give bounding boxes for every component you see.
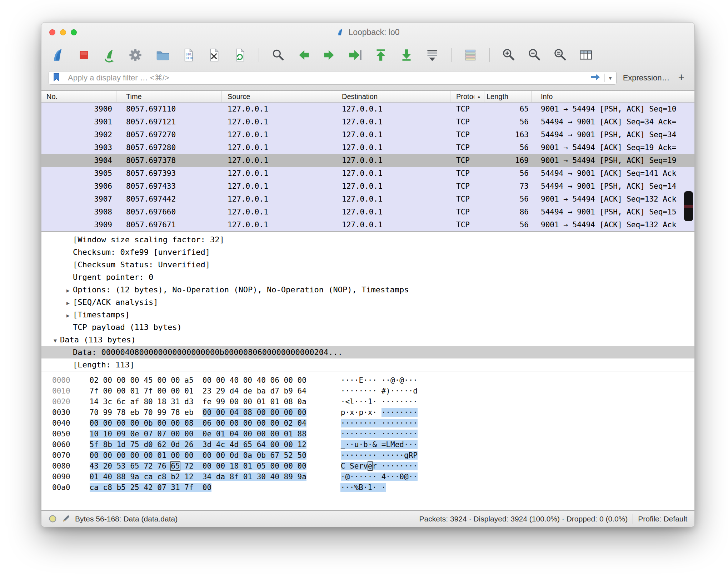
filter-bookmark-icon[interactable] [53, 73, 60, 83]
expression-button[interactable]: Expression… [623, 73, 670, 83]
detail-line[interactable]: Urgent pointer: 0 [41, 271, 694, 283]
titlebar[interactable]: Loopback: lo0 [41, 23, 694, 42]
status-profile[interactable]: Profile: Default [638, 515, 687, 523]
close-button[interactable] [49, 29, 55, 35]
packet-row-3906[interactable]: 39068057.697433127.0.0.1127.0.0.1TCP7354… [41, 180, 694, 193]
ascii-bytes[interactable]: ····E··· ··@·@··· [341, 376, 418, 385]
expand-arrow-icon[interactable]: ▶ [60, 297, 73, 308]
detail-line[interactable]: TCP payload (113 bytes) [41, 321, 694, 333]
hex-bytes[interactable]: 00 00 00 00 00 01 00 00 00 00 0d 0a 0b 6… [90, 450, 306, 461]
hex-bytes[interactable]: 10 10 09 0e 07 07 00 00 0e 01 04 00 00 0… [90, 429, 306, 439]
vertical-scrollbar-thumb[interactable] [684, 191, 693, 221]
packet-row-3905[interactable]: 39058057.697393127.0.0.1127.0.0.1TCP5654… [41, 167, 694, 180]
detail-line[interactable]: [Checksum Status: Unverified] [41, 258, 694, 271]
packet-row-3901[interactable]: 39018057.697121127.0.0.1127.0.0.1TCP5654… [41, 115, 694, 128]
hex-row-0090[interactable]: 009001 40 88 9a ca c8 b2 12 34 da 8f 01 … [41, 471, 694, 482]
ascii-bytes[interactable]: ········ ·····gRP [341, 451, 418, 460]
expert-info-icon[interactable] [49, 515, 57, 523]
detail-line[interactable]: Data: 0000040800000000000000000b00000806… [41, 346, 694, 358]
detail-line[interactable]: ▼Data (113 bytes) [41, 333, 694, 346]
column-header-protocol[interactable]: Protocol▲ [450, 91, 484, 102]
hex-bytes[interactable]: 43 20 53 65 72 76 65 72 00 00 18 01 05 0… [90, 461, 306, 471]
close-file-button[interactable] [206, 47, 222, 63]
capture-comment-icon[interactable] [62, 515, 70, 523]
hex-row-0020[interactable]: 002014 3c 6c af 80 18 31 d3 fe 99 00 00 … [41, 396, 694, 407]
hex-bytes[interactable]: 00 00 00 00 0b 00 00 08 06 00 00 00 00 0… [90, 418, 306, 429]
add-filter-button[interactable]: + [676, 71, 687, 85]
go-to-first-packet-button[interactable] [373, 47, 389, 63]
column-header-length[interactable]: Length [484, 91, 532, 102]
hex-bytes[interactable]: 01 40 88 9a ca c8 b2 12 34 da 8f 01 30 4… [90, 471, 306, 482]
ascii-bytes[interactable]: ········ ········ [341, 430, 418, 438]
ascii-bytes[interactable]: ·<l···1· ········ [341, 397, 418, 406]
display-filter-input[interactable]: Apply a display filter … <⌘/> ▾ [49, 71, 617, 85]
column-header-source[interactable]: Source [222, 91, 336, 102]
hex-bytes[interactable]: ca c8 b5 25 42 07 31 7f 00 [90, 482, 306, 493]
go-back-button[interactable] [295, 47, 312, 63]
go-to-packet-button[interactable] [347, 47, 363, 63]
resize-columns-button[interactable] [578, 47, 594, 63]
packet-row-3904[interactable]: 39048057.697378127.0.0.1127.0.0.1TCP1699… [41, 154, 694, 167]
start-capture-button[interactable] [50, 47, 66, 63]
collapse-arrow-icon[interactable]: ▼ [47, 335, 60, 346]
detail-line[interactable]: ▶Options: (12 bytes), No-Operation (NOP)… [41, 283, 694, 296]
hex-row-0070[interactable]: 007000 00 00 00 00 01 00 00 00 00 0d 0a … [41, 450, 694, 461]
filter-history-chevron-icon[interactable]: ▾ [608, 75, 613, 81]
packet-row-3902[interactable]: 39028057.697270127.0.0.1127.0.0.1TCP1635… [41, 128, 694, 141]
hex-row-0040[interactable]: 004000 00 00 00 0b 00 00 08 06 00 00 00 … [41, 418, 694, 429]
column-header-info[interactable]: Info [532, 91, 694, 102]
detail-line[interactable]: [Length: 113] [41, 358, 694, 371]
packet-row-3908[interactable]: 39088057.697660127.0.0.1127.0.0.1TCP8654… [41, 206, 694, 218]
reload-file-button[interactable] [231, 47, 248, 63]
hex-row-0000[interactable]: 000002 00 00 00 45 00 00 a5 00 00 40 00 … [41, 375, 694, 386]
open-file-button[interactable] [154, 47, 171, 63]
column-header-time[interactable]: Time [116, 91, 222, 102]
ascii-bytes[interactable]: C Server ········ [341, 462, 418, 470]
colorize-button[interactable] [462, 47, 479, 63]
restart-capture-button[interactable] [101, 47, 118, 63]
packet-row-3903[interactable]: 39038057.697280127.0.0.1127.0.0.1TCP5690… [41, 141, 694, 154]
detail-line[interactable]: ▶[SEQ/ACK analysis] [41, 296, 694, 308]
ascii-bytes[interactable]: _··u·b·& =LMed··· [341, 440, 418, 449]
go-to-last-packet-button[interactable] [398, 47, 415, 63]
apply-filter-icon[interactable] [590, 73, 601, 83]
detail-line[interactable]: [Window size scaling factor: 32] [41, 233, 694, 246]
column-header-no[interactable]: No. [41, 91, 116, 102]
detail-line[interactable]: ▶[Timestamps] [41, 308, 694, 321]
hex-row-0050[interactable]: 005010 10 09 0e 07 07 00 00 0e 01 04 00 … [41, 429, 694, 439]
packet-row-3900[interactable]: 39008057.697110127.0.0.1127.0.0.1TCP6590… [41, 103, 694, 115]
expand-arrow-icon[interactable]: ▶ [60, 310, 73, 321]
go-forward-button[interactable] [321, 47, 338, 63]
hex-row-0030[interactable]: 003070 99 78 eb 70 99 78 eb 00 00 04 08 … [41, 407, 694, 418]
ascii-bytes[interactable]: ········ #)·····d [341, 387, 418, 395]
packet-row-3909[interactable]: 39098057.697671127.0.0.1127.0.0.1TCP5690… [41, 218, 694, 231]
stop-capture-button[interactable] [76, 47, 92, 63]
ascii-bytes[interactable]: ········ ········ [341, 419, 418, 427]
auto-scroll-button[interactable] [424, 47, 440, 63]
find-packet-button[interactable] [270, 47, 286, 63]
zoom-out-button[interactable] [526, 47, 543, 63]
zoom-in-button[interactable] [500, 47, 517, 63]
capture-options-button[interactable] [127, 47, 144, 63]
hex-bytes[interactable]: 5f 8b 1d 75 d0 62 0d 26 3d 4c 4d 65 64 0… [90, 439, 306, 450]
hex-row-0010[interactable]: 00107f 00 00 01 7f 00 00 01 23 29 d4 de … [41, 386, 694, 396]
column-header-destination[interactable]: Destination [336, 91, 450, 102]
ascii-bytes[interactable]: p·x·p·x· ········ [341, 408, 418, 417]
hex-bytes[interactable]: 70 99 78 eb 70 99 78 eb 00 00 04 08 00 0… [90, 407, 306, 418]
hex-bytes[interactable]: 02 00 00 00 45 00 00 a5 00 00 40 00 40 0… [90, 375, 306, 386]
hex-bytes[interactable]: 7f 00 00 01 7f 00 00 01 23 29 d4 de ba d… [90, 386, 306, 396]
packet-row-3907[interactable]: 39078057.697442127.0.0.1127.0.0.1TCP5690… [41, 193, 694, 206]
hex-row-00a0[interactable]: 00a0ca c8 b5 25 42 07 31 7f 00···%B·1· · [41, 482, 694, 493]
packet-cell-dst: 127.0.0.1 [336, 167, 450, 180]
expand-arrow-icon[interactable]: ▶ [60, 284, 73, 296]
ascii-bytes[interactable]: ···%B·1· · [340, 483, 386, 492]
zoom-reset-button[interactable] [552, 47, 568, 63]
save-file-button[interactable]: 01010110 [180, 47, 196, 63]
ascii-bytes[interactable]: ·@······ 4···0@·· [341, 472, 418, 481]
minimize-button[interactable] [60, 29, 66, 35]
detail-line[interactable]: Checksum: 0xfe99 [unverified] [41, 246, 694, 258]
maximize-button[interactable] [71, 29, 77, 35]
hex-bytes[interactable]: 14 3c 6c af 80 18 31 d3 fe 99 00 00 01 0… [90, 396, 306, 407]
hex-row-0060[interactable]: 00605f 8b 1d 75 d0 62 0d 26 3d 4c 4d 65 … [41, 439, 694, 450]
hex-row-0080[interactable]: 008043 20 53 65 72 76 65 72 00 00 18 01 … [41, 461, 694, 471]
